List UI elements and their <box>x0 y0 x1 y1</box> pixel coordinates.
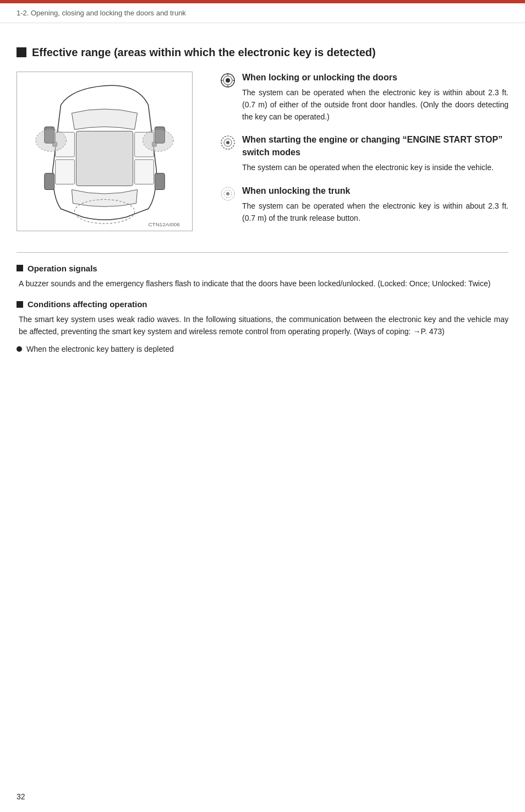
svg-point-12 <box>36 129 67 151</box>
conditions-affecting-body: The smart key system uses weak radio wav… <box>17 313 508 338</box>
conditions-affecting-icon <box>17 301 23 308</box>
car-diagram-svg: CTN12AI006 <box>17 72 192 231</box>
engine-info-text: When starting the engine or changing “EN… <box>242 134 508 173</box>
svg-text:CTN12AI006: CTN12AI006 <box>148 221 180 227</box>
svg-rect-0 <box>76 131 133 186</box>
conditions-affecting-section: Conditions affecting operation The smart… <box>17 299 508 355</box>
conditions-affecting-title: Conditions affecting operation <box>28 299 147 309</box>
right-column: When locking or unlocking the doors The … <box>220 72 508 236</box>
page-number: 32 <box>17 792 25 801</box>
operation-signals-title-row: Operation signals <box>17 264 508 273</box>
bullet-dot-0 <box>17 346 22 352</box>
bullet-text-0: When the electronic key battery is deple… <box>26 344 174 355</box>
locking-heading: When locking or unlocking the doors <box>242 72 508 84</box>
svg-point-17 <box>226 78 230 83</box>
engine-body: The system can be operated when the elec… <box>242 162 508 174</box>
main-heading: Effective range (areas within which the … <box>32 45 376 59</box>
left-column: CTN12AI006 <box>17 72 204 236</box>
breadcrumb: 1-2. Opening, closing and locking the do… <box>0 3 525 23</box>
page-wrapper: 1-2. Opening, closing and locking the do… <box>0 0 525 812</box>
svg-rect-10 <box>155 173 165 190</box>
operation-signals-body: A buzzer sounds and the emergency flashe… <box>17 277 508 290</box>
svg-rect-3 <box>56 160 75 184</box>
operation-signals-section: Operation signals A buzzer sounds and th… <box>17 264 508 290</box>
svg-rect-4 <box>135 160 154 184</box>
locking-body: The system can be operated when the elec… <box>242 87 508 123</box>
trunk-body: The system can be operated when the elec… <box>242 200 508 224</box>
two-col-layout: CTN12AI006 <box>17 72 508 236</box>
svg-point-13 <box>143 129 174 151</box>
section-square-icon <box>17 47 26 57</box>
trunk-icon <box>220 186 236 201</box>
car-diagram-box: CTN12AI006 <box>17 72 193 231</box>
svg-point-24 <box>226 141 229 144</box>
main-content: Effective range (areas within which the … <box>0 23 525 382</box>
section-divider <box>17 252 508 253</box>
svg-rect-9 <box>45 173 54 190</box>
info-item-trunk: When unlocking the trunk The system can … <box>220 185 508 225</box>
trunk-heading: When unlocking the trunk <box>242 185 508 197</box>
info-item-locking: When locking or unlocking the doors The … <box>220 72 508 123</box>
operation-signals-icon <box>17 265 23 271</box>
engine-icon <box>220 135 236 150</box>
locking-info-text: When locking or unlocking the doors The … <box>242 72 508 123</box>
locking-icon <box>220 73 236 88</box>
conditions-affecting-title-row: Conditions affecting operation <box>17 299 508 309</box>
operation-signals-title: Operation signals <box>28 264 97 273</box>
svg-point-27 <box>226 192 229 195</box>
info-item-engine: When starting the engine or changing “EN… <box>220 134 508 173</box>
section-heading: Effective range (areas within which the … <box>17 45 508 59</box>
engine-heading: When starting the engine or changing “EN… <box>242 134 508 159</box>
trunk-info-text: When unlocking the trunk The system can … <box>242 185 508 225</box>
bullet-item-0: When the electronic key battery is deple… <box>17 344 508 355</box>
